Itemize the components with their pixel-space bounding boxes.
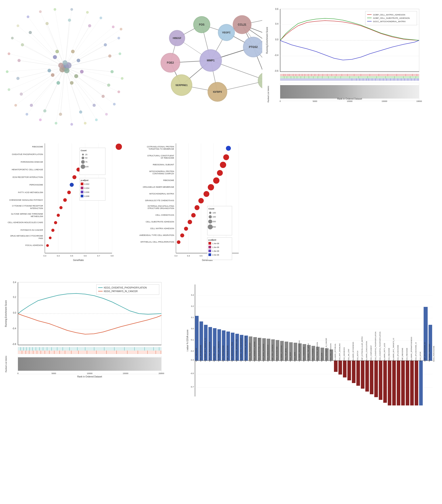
svg-text:KEGG_PATHWAYS_IN_CANCER: KEGG_PATHWAYS_IN_CANCER <box>104 290 138 293</box>
svg-rect-552 <box>334 361 338 372</box>
svg-text:KEGG_CYTOKINE: KEGG_CYTOKINE <box>312 348 314 362</box>
svg-text:Count: Count <box>208 208 214 210</box>
svg-rect-421 <box>208 250 211 252</box>
svg-text:KEGG_RNA_TRANSPORT: KEGG_RNA_TRANSPORT <box>249 342 251 362</box>
svg-text:0.3: 0.3 <box>43 255 46 257</box>
svg-text:KEGG_PYRIMIDINE_METABOLISM: KEGG_PYRIMIDINE_METABOLISM <box>245 336 247 362</box>
svg-text:FATTY ACID METABOLISM: FATTY ACID METABOLISM <box>18 191 43 193</box>
svg-rect-559 <box>365 361 369 392</box>
svg-text:KEGG_JAK_STAT: KEGG_JAK_STAT <box>348 349 350 362</box>
svg-point-75 <box>29 31 32 34</box>
svg-point-88 <box>70 123 73 126</box>
svg-text:KEGG_GLYCOLYSIS: KEGG_GLYCOLYSIS <box>276 347 278 362</box>
panel-d: D 0.3 0.4 0.5 0.6 0.7 GeneRatio COTRANSL… <box>132 139 258 269</box>
svg-point-57 <box>80 70 84 73</box>
svg-text:250: 250 <box>212 226 216 228</box>
svg-text:KEGG_WNT_SIGNALING: KEGG_WNT_SIGNALING <box>339 343 341 362</box>
svg-point-77 <box>68 18 71 22</box>
svg-text:KEGG_MTOR: KEGG_MTOR <box>420 352 421 362</box>
svg-text:0.4: 0.4 <box>191 294 194 296</box>
svg-text:ECM RECEPTOR INTERACTION: ECM RECEPTOR INTERACTION <box>13 176 43 178</box>
svg-point-62 <box>108 54 111 58</box>
svg-text:MMP1: MMP1 <box>207 59 215 62</box>
svg-text:STRUCTURAL CONSTITUENT: STRUCTURAL CONSTITUENT <box>147 155 174 157</box>
svg-point-391 <box>226 146 231 151</box>
svg-point-335 <box>51 229 55 232</box>
svg-point-85 <box>105 113 108 116</box>
svg-text:20000: 20000 <box>158 372 164 375</box>
svg-point-394 <box>217 170 223 176</box>
svg-rect-208 <box>280 74 419 76</box>
svg-point-84 <box>113 103 116 105</box>
svg-text:KEGG_OXIDATIVE_PHOSPHORYLATION: KEGG_OXIDATIVE_PHOSPHORYLATION <box>379 332 381 362</box>
svg-point-104 <box>112 26 114 28</box>
svg-text:0.1: 0.1 <box>191 316 194 318</box>
svg-text:AMEBOIDAL TYPE CELL MIGRATION: AMEBOIDAL TYPE CELL MIGRATION <box>139 234 174 236</box>
svg-point-83 <box>117 90 120 93</box>
svg-text:RIBOSOMAL SUBUNIT: RIBOSOMAL SUBUNIT <box>153 163 174 166</box>
svg-point-411 <box>208 220 212 224</box>
svg-text:GOBP_CELL_DIVISION: GOBP_CELL_DIVISION <box>272 345 274 362</box>
svg-point-63 <box>110 70 114 73</box>
svg-point-334 <box>54 221 57 224</box>
svg-point-74 <box>21 43 24 46</box>
svg-rect-556 <box>352 361 355 383</box>
svg-text:15000: 15000 <box>382 100 387 102</box>
svg-text:KEGG_PATHWAYS_IN_CANCER: KEGG_PATHWAYS_IN_CANCER <box>325 338 327 362</box>
svg-point-53 <box>51 73 55 77</box>
svg-text:0.6: 0.6 <box>275 8 278 10</box>
svg-point-64 <box>107 84 110 87</box>
svg-text:CONTAINING COMPLEX: CONTAINING COMPLEX <box>152 173 174 175</box>
svg-text:HALLMARK_COAGULATION: HALLMARK_COAGULATION <box>366 341 368 362</box>
svg-rect-356 <box>81 195 83 197</box>
svg-rect-419 <box>208 246 211 248</box>
svg-point-59 <box>71 50 75 53</box>
panel-a-network <box>2 2 128 132</box>
svg-text:RIBOSOME: RIBOSOME <box>32 146 43 148</box>
svg-text:FGE2: FGE2 <box>167 61 174 64</box>
svg-rect-571 <box>419 361 423 405</box>
svg-text:1.6e-08: 1.6e-08 <box>212 246 219 248</box>
svg-rect-553 <box>338 361 342 375</box>
svg-rect-492 <box>18 357 161 371</box>
svg-text:GOBP_RIBOSOME: GOBP_RIBOSOME <box>402 348 404 362</box>
panel-d-plot: 0.3 0.4 0.5 0.6 0.7 GeneRatio COTRANSLAT… <box>132 139 258 269</box>
svg-text:KEGG_CELL_CYCLE: KEGG_CELL_CYCLE <box>213 346 215 362</box>
svg-rect-557 <box>356 361 360 386</box>
svg-point-413 <box>208 225 213 229</box>
svg-text:0.8: 0.8 <box>111 255 114 257</box>
svg-point-100 <box>54 8 56 11</box>
svg-text:HALLMARK_HYPOXIA: HALLMARK_HYPOXIA <box>281 346 282 362</box>
svg-text:-0.2: -0.2 <box>190 350 194 352</box>
svg-text:150: 150 <box>212 216 216 218</box>
svg-text:0.002: 0.002 <box>84 183 90 185</box>
svg-point-392 <box>223 154 229 160</box>
svg-text:STRUCTURE ORGANIZATION: STRUCTURE ORGANIZATION <box>147 207 174 209</box>
svg-text:-0.5: -0.5 <box>190 372 194 375</box>
svg-point-72 <box>16 77 19 80</box>
svg-text:HALLMARK_G2M_CHECKPOINT: HALLMARK_G2M_CHECKPOINT <box>240 338 242 362</box>
svg-point-76 <box>45 22 49 25</box>
panel-g: G 0.4 0.2 0.1 0.0 -0 <box>179 276 439 405</box>
svg-point-61 <box>104 43 107 46</box>
svg-text:GOBP_SPLICEOSOME_SV: GOBP_SPLICEOSOME_SV <box>424 342 426 362</box>
svg-text:0.0: 0.0 <box>191 328 194 330</box>
svg-text:KEGG_DNA_REPLICATION: KEGG_DNA_REPLICATION <box>209 342 211 362</box>
svg-text:0.0: 0.0 <box>275 38 278 41</box>
svg-text:0.4: 0.4 <box>57 255 60 257</box>
svg-text:GOBP_TRANSLATION: GOBP_TRANSLATION <box>227 346 229 362</box>
svg-text:PARKINSONS DISEASE: PARKINSONS DISEASE <box>21 161 43 163</box>
svg-point-102 <box>86 11 89 14</box>
svg-point-96 <box>11 37 14 39</box>
svg-point-69 <box>43 109 46 112</box>
svg-text:HALLMARK_E2F_TARGETS: HALLMARK_E2F_TARGETS <box>218 341 220 362</box>
svg-point-94 <box>6 70 9 73</box>
svg-text:Count: Count <box>81 149 87 152</box>
svg-rect-354 <box>81 191 83 193</box>
svg-text:25: 25 <box>85 154 87 156</box>
panel-g-chart: 0.4 0.2 0.1 0.0 -0.1 -0.2 -0.3 -0.5 -0.7 <box>179 276 439 405</box>
svg-text:0.6: 0.6 <box>84 255 87 257</box>
svg-rect-358 <box>132 139 258 269</box>
svg-rect-562 <box>379 361 382 400</box>
panel-c: C 0.3 0.4 0.5 0.6 0.7 0.8 GeneRatio RI <box>2 139 128 269</box>
